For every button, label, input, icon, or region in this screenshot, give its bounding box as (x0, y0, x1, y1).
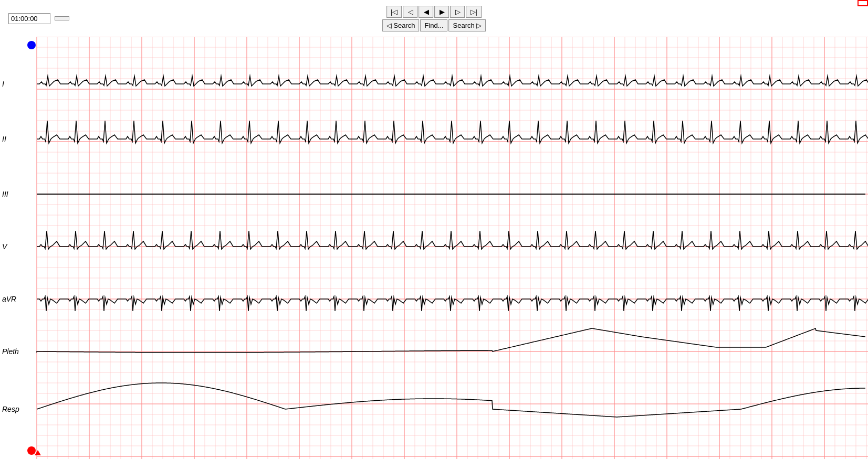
find-button[interactable]: Find... (420, 19, 447, 31)
next-fast-button[interactable]: ▷ (451, 6, 465, 18)
ecg-canvas (0, 37, 868, 459)
red-triangle (35, 450, 41, 455)
prev-fast-button[interactable]: ◁ (403, 6, 418, 18)
first-button[interactable]: |◁ (386, 6, 402, 18)
goto-enter-button[interactable] (55, 16, 69, 20)
next-button[interactable]: ▶ (435, 6, 449, 18)
toolbar: |◁ ◁ ◀ ▶ ▷ ▷| ◁ Search Find... Search ▷ (0, 0, 868, 37)
search-fwd-button[interactable]: Search ▷ (449, 19, 486, 31)
search-back-button[interactable]: ◁ Search (382, 19, 420, 31)
last-button[interactable]: ▷| (466, 6, 482, 18)
prev-button[interactable]: ◀ (419, 6, 434, 18)
info-box (857, 0, 868, 6)
nav-row1: |◁ ◁ ◀ ▶ ▷ ▷| (386, 6, 482, 18)
nav-row2: ◁ Search Find... Search ▷ (382, 19, 486, 31)
nav-controls: |◁ ◁ ◀ ▶ ▷ ▷| ◁ Search Find... Search ▷ (382, 6, 486, 31)
blue-dot (27, 41, 36, 49)
chart-area (0, 37, 868, 459)
goto-input[interactable] (8, 13, 50, 24)
